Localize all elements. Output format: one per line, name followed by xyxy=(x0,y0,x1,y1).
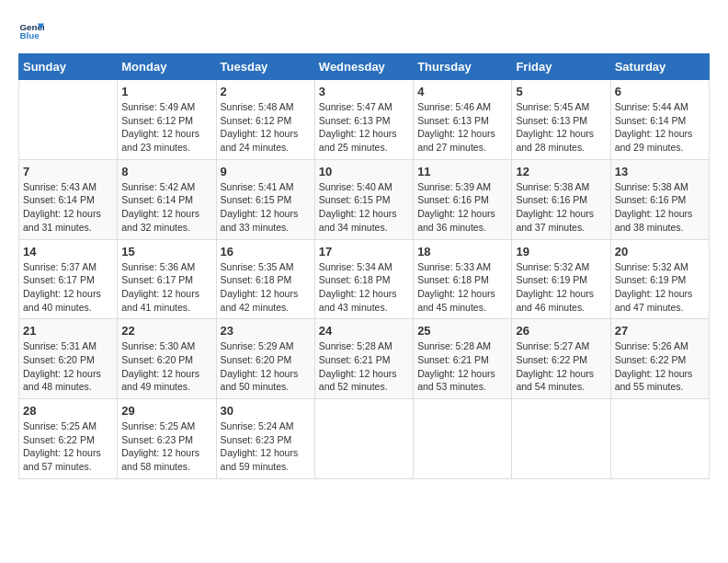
day-cell: 13Sunrise: 5:38 AM Sunset: 6:16 PM Dayli… xyxy=(610,159,709,239)
day-cell: 7Sunrise: 5:43 AM Sunset: 6:14 PM Daylig… xyxy=(19,159,118,239)
day-cell: 3Sunrise: 5:47 AM Sunset: 6:13 PM Daylig… xyxy=(314,80,413,160)
day-cell: 8Sunrise: 5:42 AM Sunset: 6:14 PM Daylig… xyxy=(118,159,216,239)
day-number: 20 xyxy=(615,245,705,259)
day-info: Sunrise: 5:47 AM Sunset: 6:13 PM Dayligh… xyxy=(319,100,409,155)
day-number: 3 xyxy=(319,85,409,98)
logo: General Blue xyxy=(18,18,48,44)
header-cell-monday: Monday xyxy=(118,54,216,80)
header-cell-wednesday: Wednesday xyxy=(314,54,413,80)
day-number: 26 xyxy=(516,324,606,338)
day-cell: 10Sunrise: 5:40 AM Sunset: 6:15 PM Dayli… xyxy=(314,159,413,239)
day-info: Sunrise: 5:26 AM Sunset: 6:22 PM Dayligh… xyxy=(615,339,705,394)
day-number: 10 xyxy=(319,165,409,178)
day-info: Sunrise: 5:41 AM Sunset: 6:15 PM Dayligh… xyxy=(221,180,311,235)
day-info: Sunrise: 5:35 AM Sunset: 6:18 PM Dayligh… xyxy=(221,260,311,315)
header-cell-saturday: Saturday xyxy=(610,54,709,80)
day-cell: 11Sunrise: 5:39 AM Sunset: 6:16 PM Dayli… xyxy=(414,159,512,239)
day-number: 14 xyxy=(23,245,113,259)
day-cell xyxy=(19,80,118,160)
day-cell: 17Sunrise: 5:34 AM Sunset: 6:18 PM Dayli… xyxy=(314,239,413,319)
day-number: 16 xyxy=(221,245,311,259)
day-cell: 9Sunrise: 5:41 AM Sunset: 6:15 PM Daylig… xyxy=(216,159,314,239)
header-cell-tuesday: Tuesday xyxy=(216,54,314,80)
logo-icon: General Blue xyxy=(18,18,44,44)
day-number: 5 xyxy=(516,85,606,98)
day-cell: 20Sunrise: 5:32 AM Sunset: 6:19 PM Dayli… xyxy=(610,239,709,319)
day-number: 27 xyxy=(615,324,705,338)
day-cell: 15Sunrise: 5:36 AM Sunset: 6:17 PM Dayli… xyxy=(118,239,216,319)
day-number: 30 xyxy=(221,404,311,418)
day-number: 8 xyxy=(121,165,211,178)
week-row: 21Sunrise: 5:31 AM Sunset: 6:20 PM Dayli… xyxy=(19,319,710,399)
week-row: 1Sunrise: 5:49 AM Sunset: 6:12 PM Daylig… xyxy=(19,80,710,160)
week-row: 7Sunrise: 5:43 AM Sunset: 6:14 PM Daylig… xyxy=(19,159,710,239)
day-number: 24 xyxy=(319,324,409,338)
day-info: Sunrise: 5:27 AM Sunset: 6:22 PM Dayligh… xyxy=(516,339,606,394)
day-info: Sunrise: 5:40 AM Sunset: 6:15 PM Dayligh… xyxy=(319,180,409,235)
day-number: 17 xyxy=(319,245,409,259)
day-info: Sunrise: 5:46 AM Sunset: 6:13 PM Dayligh… xyxy=(417,100,507,155)
day-number: 1 xyxy=(121,85,211,98)
day-info: Sunrise: 5:30 AM Sunset: 6:20 PM Dayligh… xyxy=(121,339,211,394)
day-info: Sunrise: 5:48 AM Sunset: 6:12 PM Dayligh… xyxy=(221,100,311,155)
day-number: 12 xyxy=(516,165,606,178)
day-number: 9 xyxy=(221,165,311,178)
day-number: 28 xyxy=(23,404,113,418)
day-cell: 26Sunrise: 5:27 AM Sunset: 6:22 PM Dayli… xyxy=(512,319,610,399)
day-number: 2 xyxy=(221,85,311,98)
day-info: Sunrise: 5:44 AM Sunset: 6:14 PM Dayligh… xyxy=(615,100,705,155)
day-info: Sunrise: 5:34 AM Sunset: 6:18 PM Dayligh… xyxy=(319,260,409,315)
day-info: Sunrise: 5:25 AM Sunset: 6:22 PM Dayligh… xyxy=(23,419,113,474)
day-cell: 16Sunrise: 5:35 AM Sunset: 6:18 PM Dayli… xyxy=(216,239,314,319)
day-info: Sunrise: 5:37 AM Sunset: 6:17 PM Dayligh… xyxy=(23,260,113,315)
day-number: 18 xyxy=(417,245,507,259)
day-info: Sunrise: 5:31 AM Sunset: 6:20 PM Dayligh… xyxy=(23,339,113,394)
day-info: Sunrise: 5:49 AM Sunset: 6:12 PM Dayligh… xyxy=(121,100,211,155)
day-cell xyxy=(314,399,413,479)
day-info: Sunrise: 5:32 AM Sunset: 6:19 PM Dayligh… xyxy=(615,260,705,315)
day-cell: 30Sunrise: 5:24 AM Sunset: 6:23 PM Dayli… xyxy=(216,399,314,479)
day-info: Sunrise: 5:25 AM Sunset: 6:23 PM Dayligh… xyxy=(121,419,211,474)
page-header: General Blue xyxy=(18,18,710,44)
header-cell-sunday: Sunday xyxy=(19,54,118,80)
day-cell: 28Sunrise: 5:25 AM Sunset: 6:22 PM Dayli… xyxy=(19,399,118,479)
day-info: Sunrise: 5:24 AM Sunset: 6:23 PM Dayligh… xyxy=(221,419,311,474)
day-info: Sunrise: 5:28 AM Sunset: 6:21 PM Dayligh… xyxy=(319,339,409,394)
day-info: Sunrise: 5:39 AM Sunset: 6:16 PM Dayligh… xyxy=(417,180,507,235)
day-cell: 25Sunrise: 5:28 AM Sunset: 6:21 PM Dayli… xyxy=(414,319,512,399)
day-cell: 18Sunrise: 5:33 AM Sunset: 6:18 PM Dayli… xyxy=(414,239,512,319)
day-cell: 19Sunrise: 5:32 AM Sunset: 6:19 PM Dayli… xyxy=(512,239,610,319)
day-number: 13 xyxy=(615,165,705,178)
day-info: Sunrise: 5:36 AM Sunset: 6:17 PM Dayligh… xyxy=(121,260,211,315)
day-info: Sunrise: 5:29 AM Sunset: 6:20 PM Dayligh… xyxy=(221,339,311,394)
calendar-table: SundayMondayTuesdayWednesdayThursdayFrid… xyxy=(18,53,710,479)
day-info: Sunrise: 5:42 AM Sunset: 6:14 PM Dayligh… xyxy=(121,180,211,235)
header-cell-thursday: Thursday xyxy=(414,54,512,80)
day-number: 23 xyxy=(221,324,311,338)
day-cell: 27Sunrise: 5:26 AM Sunset: 6:22 PM Dayli… xyxy=(610,319,709,399)
day-cell: 29Sunrise: 5:25 AM Sunset: 6:23 PM Dayli… xyxy=(118,399,216,479)
day-cell: 5Sunrise: 5:45 AM Sunset: 6:13 PM Daylig… xyxy=(512,80,610,160)
day-cell: 6Sunrise: 5:44 AM Sunset: 6:14 PM Daylig… xyxy=(610,80,709,160)
day-number: 22 xyxy=(121,324,211,338)
week-row: 14Sunrise: 5:37 AM Sunset: 6:17 PM Dayli… xyxy=(19,239,710,319)
day-cell: 1Sunrise: 5:49 AM Sunset: 6:12 PM Daylig… xyxy=(118,80,216,160)
day-number: 19 xyxy=(516,245,606,259)
svg-text:Blue: Blue xyxy=(19,30,40,40)
day-number: 25 xyxy=(417,324,507,338)
day-info: Sunrise: 5:38 AM Sunset: 6:16 PM Dayligh… xyxy=(516,180,606,235)
day-cell: 12Sunrise: 5:38 AM Sunset: 6:16 PM Dayli… xyxy=(512,159,610,239)
day-number: 11 xyxy=(417,165,507,178)
day-number: 6 xyxy=(615,85,705,98)
day-cell xyxy=(414,399,512,479)
day-info: Sunrise: 5:38 AM Sunset: 6:16 PM Dayligh… xyxy=(615,180,705,235)
day-cell: 23Sunrise: 5:29 AM Sunset: 6:20 PM Dayli… xyxy=(216,319,314,399)
day-cell xyxy=(610,399,709,479)
day-info: Sunrise: 5:43 AM Sunset: 6:14 PM Dayligh… xyxy=(23,180,113,235)
day-info: Sunrise: 5:32 AM Sunset: 6:19 PM Dayligh… xyxy=(516,260,606,315)
day-number: 29 xyxy=(121,404,211,418)
day-number: 7 xyxy=(23,165,113,178)
week-row: 28Sunrise: 5:25 AM Sunset: 6:22 PM Dayli… xyxy=(19,399,710,479)
header-row: SundayMondayTuesdayWednesdayThursdayFrid… xyxy=(19,54,710,80)
day-cell: 2Sunrise: 5:48 AM Sunset: 6:12 PM Daylig… xyxy=(216,80,314,160)
